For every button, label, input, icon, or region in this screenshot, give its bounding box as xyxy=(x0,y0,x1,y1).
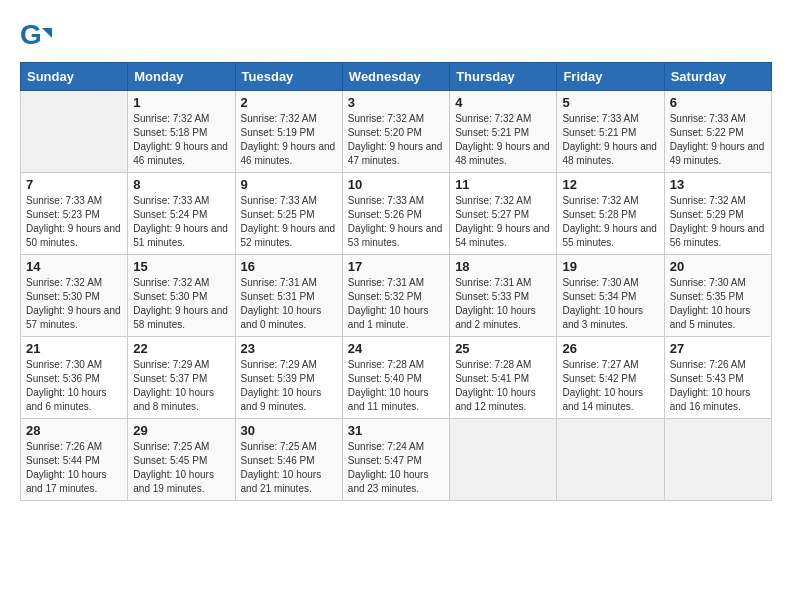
day-info: Sunrise: 7:32 AMSunset: 5:19 PMDaylight:… xyxy=(241,112,337,168)
calendar-day-cell xyxy=(557,419,664,501)
day-number: 27 xyxy=(670,341,766,356)
day-number: 2 xyxy=(241,95,337,110)
day-info: Sunrise: 7:33 AMSunset: 5:24 PMDaylight:… xyxy=(133,194,229,250)
day-number: 14 xyxy=(26,259,122,274)
calendar-week-row: 28 Sunrise: 7:26 AMSunset: 5:44 PMDaylig… xyxy=(21,419,772,501)
day-info: Sunrise: 7:32 AMSunset: 5:21 PMDaylight:… xyxy=(455,112,551,168)
header: G xyxy=(20,20,772,52)
calendar-day-cell: 7 Sunrise: 7:33 AMSunset: 5:23 PMDayligh… xyxy=(21,173,128,255)
weekday-header-thursday: Thursday xyxy=(450,63,557,91)
calendar-day-cell: 9 Sunrise: 7:33 AMSunset: 5:25 PMDayligh… xyxy=(235,173,342,255)
day-info: Sunrise: 7:28 AMSunset: 5:41 PMDaylight:… xyxy=(455,358,551,414)
day-info: Sunrise: 7:32 AMSunset: 5:29 PMDaylight:… xyxy=(670,194,766,250)
calendar-day-cell: 6 Sunrise: 7:33 AMSunset: 5:22 PMDayligh… xyxy=(664,91,771,173)
day-info: Sunrise: 7:29 AMSunset: 5:39 PMDaylight:… xyxy=(241,358,337,414)
day-number: 6 xyxy=(670,95,766,110)
day-number: 25 xyxy=(455,341,551,356)
day-number: 24 xyxy=(348,341,444,356)
day-number: 31 xyxy=(348,423,444,438)
day-number: 3 xyxy=(348,95,444,110)
calendar-week-row: 21 Sunrise: 7:30 AMSunset: 5:36 PMDaylig… xyxy=(21,337,772,419)
day-info: Sunrise: 7:28 AMSunset: 5:40 PMDaylight:… xyxy=(348,358,444,414)
calendar-day-cell: 22 Sunrise: 7:29 AMSunset: 5:37 PMDaylig… xyxy=(128,337,235,419)
calendar-week-row: 14 Sunrise: 7:32 AMSunset: 5:30 PMDaylig… xyxy=(21,255,772,337)
day-info: Sunrise: 7:33 AMSunset: 5:23 PMDaylight:… xyxy=(26,194,122,250)
weekday-header-row: SundayMondayTuesdayWednesdayThursdayFrid… xyxy=(21,63,772,91)
weekday-header-tuesday: Tuesday xyxy=(235,63,342,91)
day-number: 11 xyxy=(455,177,551,192)
calendar-day-cell: 15 Sunrise: 7:32 AMSunset: 5:30 PMDaylig… xyxy=(128,255,235,337)
day-number: 17 xyxy=(348,259,444,274)
day-info: Sunrise: 7:26 AMSunset: 5:44 PMDaylight:… xyxy=(26,440,122,496)
calendar-day-cell: 14 Sunrise: 7:32 AMSunset: 5:30 PMDaylig… xyxy=(21,255,128,337)
calendar-day-cell: 30 Sunrise: 7:25 AMSunset: 5:46 PMDaylig… xyxy=(235,419,342,501)
calendar-day-cell: 26 Sunrise: 7:27 AMSunset: 5:42 PMDaylig… xyxy=(557,337,664,419)
day-number: 5 xyxy=(562,95,658,110)
calendar-day-cell xyxy=(21,91,128,173)
day-number: 20 xyxy=(670,259,766,274)
day-info: Sunrise: 7:30 AMSunset: 5:36 PMDaylight:… xyxy=(26,358,122,414)
weekday-header-friday: Friday xyxy=(557,63,664,91)
day-number: 9 xyxy=(241,177,337,192)
day-number: 13 xyxy=(670,177,766,192)
day-info: Sunrise: 7:25 AMSunset: 5:46 PMDaylight:… xyxy=(241,440,337,496)
day-number: 22 xyxy=(133,341,229,356)
calendar-day-cell: 31 Sunrise: 7:24 AMSunset: 5:47 PMDaylig… xyxy=(342,419,449,501)
calendar-day-cell: 8 Sunrise: 7:33 AMSunset: 5:24 PMDayligh… xyxy=(128,173,235,255)
calendar-day-cell: 29 Sunrise: 7:25 AMSunset: 5:45 PMDaylig… xyxy=(128,419,235,501)
day-number: 18 xyxy=(455,259,551,274)
day-info: Sunrise: 7:32 AMSunset: 5:28 PMDaylight:… xyxy=(562,194,658,250)
calendar-day-cell: 27 Sunrise: 7:26 AMSunset: 5:43 PMDaylig… xyxy=(664,337,771,419)
day-number: 8 xyxy=(133,177,229,192)
calendar-day-cell: 3 Sunrise: 7:32 AMSunset: 5:20 PMDayligh… xyxy=(342,91,449,173)
calendar-table: SundayMondayTuesdayWednesdayThursdayFrid… xyxy=(20,62,772,501)
day-info: Sunrise: 7:32 AMSunset: 5:30 PMDaylight:… xyxy=(133,276,229,332)
calendar-day-cell: 25 Sunrise: 7:28 AMSunset: 5:41 PMDaylig… xyxy=(450,337,557,419)
calendar-day-cell: 24 Sunrise: 7:28 AMSunset: 5:40 PMDaylig… xyxy=(342,337,449,419)
calendar-week-row: 7 Sunrise: 7:33 AMSunset: 5:23 PMDayligh… xyxy=(21,173,772,255)
calendar-day-cell: 23 Sunrise: 7:29 AMSunset: 5:39 PMDaylig… xyxy=(235,337,342,419)
calendar-day-cell: 19 Sunrise: 7:30 AMSunset: 5:34 PMDaylig… xyxy=(557,255,664,337)
day-info: Sunrise: 7:30 AMSunset: 5:34 PMDaylight:… xyxy=(562,276,658,332)
logo-icon: G xyxy=(20,20,52,52)
calendar-day-cell: 13 Sunrise: 7:32 AMSunset: 5:29 PMDaylig… xyxy=(664,173,771,255)
calendar-day-cell: 28 Sunrise: 7:26 AMSunset: 5:44 PMDaylig… xyxy=(21,419,128,501)
day-info: Sunrise: 7:27 AMSunset: 5:42 PMDaylight:… xyxy=(562,358,658,414)
day-info: Sunrise: 7:31 AMSunset: 5:32 PMDaylight:… xyxy=(348,276,444,332)
day-info: Sunrise: 7:33 AMSunset: 5:25 PMDaylight:… xyxy=(241,194,337,250)
calendar-week-row: 1 Sunrise: 7:32 AMSunset: 5:18 PMDayligh… xyxy=(21,91,772,173)
calendar-day-cell xyxy=(664,419,771,501)
calendar-day-cell: 5 Sunrise: 7:33 AMSunset: 5:21 PMDayligh… xyxy=(557,91,664,173)
calendar-day-cell: 1 Sunrise: 7:32 AMSunset: 5:18 PMDayligh… xyxy=(128,91,235,173)
day-number: 21 xyxy=(26,341,122,356)
calendar-day-cell: 4 Sunrise: 7:32 AMSunset: 5:21 PMDayligh… xyxy=(450,91,557,173)
day-number: 16 xyxy=(241,259,337,274)
weekday-header-sunday: Sunday xyxy=(21,63,128,91)
day-number: 15 xyxy=(133,259,229,274)
weekday-header-saturday: Saturday xyxy=(664,63,771,91)
calendar-day-cell: 21 Sunrise: 7:30 AMSunset: 5:36 PMDaylig… xyxy=(21,337,128,419)
calendar-day-cell: 10 Sunrise: 7:33 AMSunset: 5:26 PMDaylig… xyxy=(342,173,449,255)
logo: G xyxy=(20,20,56,52)
day-info: Sunrise: 7:33 AMSunset: 5:21 PMDaylight:… xyxy=(562,112,658,168)
day-number: 12 xyxy=(562,177,658,192)
day-number: 4 xyxy=(455,95,551,110)
day-info: Sunrise: 7:33 AMSunset: 5:26 PMDaylight:… xyxy=(348,194,444,250)
day-info: Sunrise: 7:32 AMSunset: 5:20 PMDaylight:… xyxy=(348,112,444,168)
day-number: 1 xyxy=(133,95,229,110)
day-info: Sunrise: 7:25 AMSunset: 5:45 PMDaylight:… xyxy=(133,440,229,496)
day-info: Sunrise: 7:33 AMSunset: 5:22 PMDaylight:… xyxy=(670,112,766,168)
day-number: 26 xyxy=(562,341,658,356)
day-number: 29 xyxy=(133,423,229,438)
calendar-day-cell: 17 Sunrise: 7:31 AMSunset: 5:32 PMDaylig… xyxy=(342,255,449,337)
day-info: Sunrise: 7:32 AMSunset: 5:18 PMDaylight:… xyxy=(133,112,229,168)
weekday-header-wednesday: Wednesday xyxy=(342,63,449,91)
day-info: Sunrise: 7:32 AMSunset: 5:27 PMDaylight:… xyxy=(455,194,551,250)
day-info: Sunrise: 7:30 AMSunset: 5:35 PMDaylight:… xyxy=(670,276,766,332)
calendar-day-cell: 2 Sunrise: 7:32 AMSunset: 5:19 PMDayligh… xyxy=(235,91,342,173)
day-number: 28 xyxy=(26,423,122,438)
day-info: Sunrise: 7:29 AMSunset: 5:37 PMDaylight:… xyxy=(133,358,229,414)
day-number: 23 xyxy=(241,341,337,356)
day-info: Sunrise: 7:24 AMSunset: 5:47 PMDaylight:… xyxy=(348,440,444,496)
day-number: 30 xyxy=(241,423,337,438)
